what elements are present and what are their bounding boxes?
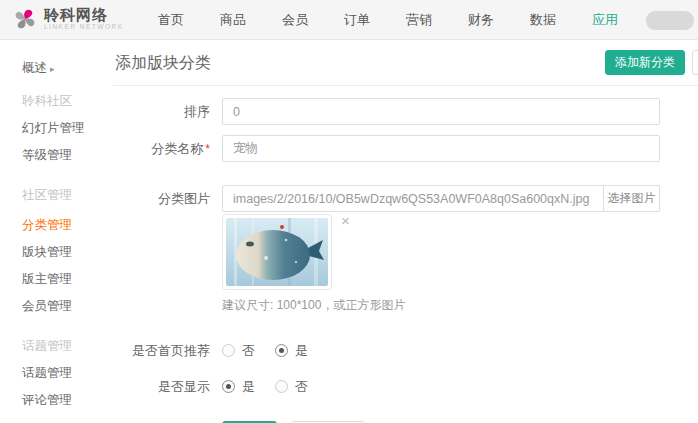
required-asterisk: * (205, 142, 210, 156)
sort-label: 排序 (113, 98, 210, 125)
nav-item-orders[interactable]: 订单 (332, 11, 382, 29)
fish-image (226, 218, 328, 286)
sidebar-item-members[interactable]: 会员管理 (0, 293, 113, 320)
display-yes-label[interactable]: 是 (242, 378, 255, 396)
logo-subtitle: LINKER NETWORK (44, 24, 124, 31)
recommend-label: 是否首页推荐 (113, 337, 210, 364)
top-nav: 首页 商品 会员 订单 营销 财务 数据 应用 设置 (140, 0, 698, 40)
nav-item-members[interactable]: 会员 (270, 11, 320, 29)
sort-input[interactable] (222, 98, 660, 125)
back-to-list-button-top[interactable]: 返回列表 (692, 50, 698, 75)
category-name-input[interactable] (222, 135, 660, 162)
sidebar-item-moderators[interactable]: 版主管理 (0, 266, 113, 293)
sidebar-section-topics: 话题管理 (0, 333, 113, 360)
add-new-category-button[interactable]: 添加新分类 (605, 50, 685, 75)
logo-title: 聆科网络 (44, 7, 124, 22)
sidebar-item-levels[interactable]: 等级管理 (0, 142, 113, 169)
recommend-yes-radio[interactable] (275, 344, 288, 357)
recommend-no-radio[interactable] (222, 344, 235, 357)
image-size-hint: 建议尺寸: 100*100，或正方形图片 (222, 297, 660, 314)
recommend-no-label[interactable]: 否 (242, 342, 255, 360)
sidebar-item-boards[interactable]: 版块管理 (0, 239, 113, 266)
nav-item-products[interactable]: 商品 (208, 11, 258, 29)
recommend-yes-label[interactable]: 是 (295, 342, 308, 360)
pinwheel-logo-icon (12, 6, 38, 32)
main-content: 添加版块分类 添加新分类 返回列表 排序 分类名称* (113, 41, 698, 423)
sidebar-item-topics[interactable]: 话题管理 (0, 360, 113, 387)
nav-item-finance[interactable]: 财务 (456, 11, 506, 29)
nav-item-apps[interactable]: 应用 (580, 11, 630, 29)
page-title: 添加版块分类 (115, 53, 211, 74)
logo[interactable]: 聆科网络 LINKER NETWORK (12, 6, 124, 32)
sidebar: 概述▸ 聆科社区 幻灯片管理 等级管理 社区管理 分类管理 版块管理 版主管理 … (0, 41, 113, 414)
display-no-radio[interactable] (275, 380, 288, 393)
display-yes-radio[interactable] (222, 380, 235, 393)
sidebar-section-community: 聆科社区 (0, 88, 113, 115)
sidebar-item-categories[interactable]: 分类管理 (0, 212, 113, 239)
remove-image-icon[interactable]: × (341, 212, 350, 230)
sidebar-section-community-mgmt: 社区管理 (0, 182, 113, 209)
name-label: 分类名称* (113, 135, 210, 163)
display-label: 是否显示 (113, 373, 210, 400)
user-menu-placeholder[interactable] (646, 11, 694, 30)
image-label: 分类图片 (113, 185, 210, 212)
chevron-right-icon: ▸ (50, 64, 55, 74)
nav-item-home[interactable]: 首页 (146, 11, 196, 29)
admin-page: 聆科网络 LINKER NETWORK 首页 商品 会员 订单 营销 财务 数据… (0, 0, 698, 423)
image-path-input[interactable] (222, 185, 604, 212)
nav-item-data[interactable]: 数据 (518, 11, 568, 29)
image-thumbnail (222, 214, 332, 290)
category-form: 排序 分类名称* 分类图片 选择图片 (113, 86, 698, 423)
nav-item-marketing[interactable]: 营销 (394, 11, 444, 29)
choose-image-button[interactable]: 选择图片 (604, 185, 660, 212)
sidebar-item-comments[interactable]: 评论管理 (0, 387, 113, 414)
sidebar-item-overview[interactable]: 概述▸ (0, 55, 113, 82)
sidebar-item-slides[interactable]: 幻灯片管理 (0, 115, 113, 142)
display-no-label[interactable]: 否 (295, 378, 308, 396)
top-header: 聆科网络 LINKER NETWORK 首页 商品 会员 订单 营销 财务 数据… (0, 0, 698, 40)
